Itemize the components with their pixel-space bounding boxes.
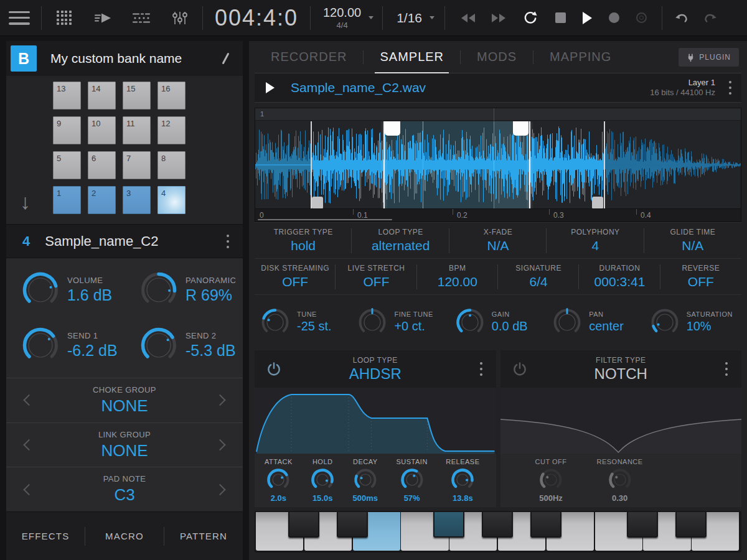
filter-graph[interactable] xyxy=(500,388,742,454)
pad-6[interactable]: 6 xyxy=(88,151,116,179)
bpm-param[interactable]: BPM120.00 xyxy=(417,264,498,289)
power-icon[interactable] xyxy=(512,361,528,377)
undo-button[interactable] xyxy=(674,11,690,26)
loop-start-marker[interactable] xyxy=(383,121,385,209)
glide-time-param[interactable]: GLIDE TIMEN/A xyxy=(644,228,741,253)
down-arrow-icon[interactable]: ↓ xyxy=(20,190,31,214)
sample-play-button[interactable] xyxy=(266,82,275,93)
tune-knob[interactable] xyxy=(261,308,289,337)
tab-pattern[interactable]: PATTERN xyxy=(164,531,243,541)
stepper-value[interactable]: C3 xyxy=(114,485,134,505)
power-icon[interactable] xyxy=(266,361,282,377)
metronome-ring-icon[interactable] xyxy=(636,12,647,23)
duration-param[interactable]: DURATION000:3:41 xyxy=(579,264,660,289)
start-handle[interactable] xyxy=(312,197,323,209)
pad-9[interactable]: 9 xyxy=(53,116,81,144)
black-key-A-sharp[interactable] xyxy=(530,512,561,538)
record-button[interactable] xyxy=(609,12,619,23)
signature-param[interactable]: SIGNATURE6/4 xyxy=(498,264,579,289)
tab-macro[interactable]: MACRO xyxy=(85,531,164,541)
release-knob[interactable] xyxy=(451,468,474,492)
fine-tune-knob[interactable] xyxy=(358,308,387,337)
sample-start-marker[interactable] xyxy=(311,121,312,209)
kebab-menu-icon[interactable] xyxy=(223,231,233,252)
mixer-icon[interactable] xyxy=(169,9,191,27)
pan-knob[interactable] xyxy=(553,308,581,337)
stop-button[interactable] xyxy=(555,12,566,23)
gain-knob[interactable] xyxy=(456,308,484,337)
tempo-control[interactable]: 120.00 4/4 xyxy=(311,6,382,30)
pad-12[interactable]: 12 xyxy=(157,116,186,144)
play-button[interactable] xyxy=(583,12,592,24)
tab-mods[interactable]: MODS xyxy=(461,41,533,73)
pad-11[interactable]: 11 xyxy=(123,116,151,144)
volume-knob[interactable] xyxy=(22,272,59,308)
live-stretch-param[interactable]: LIVE STRETCHOFF xyxy=(336,264,416,289)
piano-keyboard[interactable] xyxy=(255,511,741,553)
black-key-D-sharp[interactable] xyxy=(337,512,368,538)
xfade-param[interactable]: X-FADEN/A xyxy=(449,228,547,253)
sustain-knob[interactable] xyxy=(400,468,424,492)
pad-13[interactable]: 13 xyxy=(53,82,81,110)
plugin-button[interactable]: PLUGIN xyxy=(679,48,739,67)
pad-8[interactable]: 8 xyxy=(157,151,186,179)
pad-14[interactable]: 14 xyxy=(88,82,116,110)
chevron-right-icon[interactable] xyxy=(214,483,225,495)
note-repeat-icon[interactable] xyxy=(92,9,114,27)
pad-2[interactable]: 2 xyxy=(88,186,116,214)
cutoff-knob[interactable] xyxy=(539,468,563,492)
kebab-menu-icon[interactable] xyxy=(725,77,735,98)
black-key-F-sharp-highlighted[interactable] xyxy=(433,512,464,538)
chevron-right-icon[interactable] xyxy=(214,394,225,406)
sequencer-icon[interactable] xyxy=(130,9,153,27)
black-key-G-sharp[interactable] xyxy=(482,512,513,538)
chevron-left-icon[interactable] xyxy=(23,483,34,495)
envelope-graph[interactable] xyxy=(255,388,496,454)
menu-icon[interactable] xyxy=(9,11,30,25)
resonance-knob[interactable] xyxy=(608,468,632,492)
black-key-C-sharp[interactable] xyxy=(627,512,658,538)
saturation-knob[interactable] xyxy=(651,308,679,337)
waveform-canvas[interactable] xyxy=(255,121,741,209)
redo-button[interactable] xyxy=(702,11,718,26)
loop-start-handle[interactable] xyxy=(385,121,400,136)
rewind-button[interactable] xyxy=(461,14,475,22)
sample-file-name[interactable]: Sample_name_C2.wav xyxy=(291,80,650,95)
pad-15[interactable]: 15 xyxy=(123,82,151,110)
pad-3[interactable]: 3 xyxy=(123,186,151,214)
chevron-left-icon[interactable] xyxy=(23,394,34,406)
chevron-right-icon[interactable] xyxy=(214,439,225,450)
tab-mapping[interactable]: MAPPING xyxy=(533,41,627,73)
song-position-display[interactable]: 004:4:0 xyxy=(203,5,310,31)
sample-end-marker[interactable] xyxy=(604,121,605,209)
loop-button[interactable] xyxy=(522,11,538,26)
panoramic-knob[interactable] xyxy=(141,272,177,308)
stepper-value[interactable]: NONE xyxy=(101,396,148,416)
chevron-left-icon[interactable] xyxy=(23,439,34,450)
tab-sampler[interactable]: SAMPLER xyxy=(364,41,460,73)
bank-badge[interactable]: B xyxy=(11,45,37,72)
polyphony-param[interactable]: POLYPHONY4 xyxy=(547,228,644,253)
waveform-scrollbar[interactable] xyxy=(258,219,392,220)
pad-7[interactable]: 7 xyxy=(123,151,151,179)
trigger-type-param[interactable]: TRIGGER TYPEhold xyxy=(255,228,352,253)
reverse-param[interactable]: REVERSEOFF xyxy=(660,264,741,289)
send1-knob[interactable] xyxy=(22,327,59,363)
stepper-value[interactable]: NONE xyxy=(101,441,148,460)
black-key-D-sharp[interactable] xyxy=(675,512,707,538)
pad-4[interactable]: 4 xyxy=(157,186,186,214)
bank-name[interactable]: My custom bank name xyxy=(50,51,225,66)
loop-end-marker[interactable] xyxy=(529,121,530,209)
hold-knob[interactable] xyxy=(311,468,334,492)
disk-streaming-param[interactable]: DISK STREAMINGOFF xyxy=(255,264,336,289)
pad-5[interactable]: 5 xyxy=(53,151,81,179)
decay-knob[interactable] xyxy=(354,468,377,492)
tab-recorder[interactable]: RECORDER xyxy=(255,41,363,73)
loop-type-param[interactable]: LOOP TYPEalternated xyxy=(352,228,449,253)
tab-effects[interactable]: EFFECTS xyxy=(6,531,85,541)
send2-knob[interactable] xyxy=(141,327,177,363)
pad-10[interactable]: 10 xyxy=(88,116,116,144)
waveform-bar-ruler[interactable]: 1 xyxy=(255,108,741,121)
quantize-control[interactable]: 1/16 xyxy=(383,11,444,26)
pad-1[interactable]: 1 xyxy=(53,186,81,214)
